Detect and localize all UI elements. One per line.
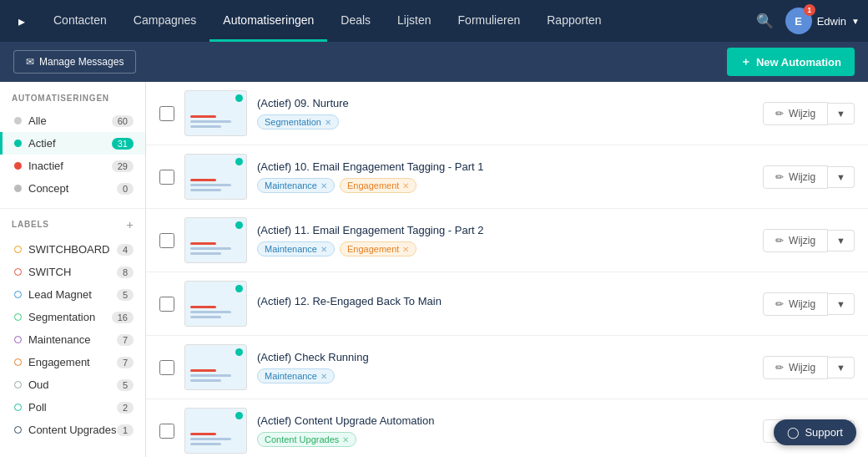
sidebar-count-switchboard: 4 [117,244,134,256]
row-dropdown-button[interactable]: ▼ [828,357,855,378]
wijzig-button[interactable]: ✏ Wijzig [763,102,828,125]
tag-remove-button[interactable]: ✕ [325,118,331,127]
row-dropdown-button[interactable]: ▼ [828,230,855,251]
row-checkbox[interactable] [159,106,174,121]
support-button[interactable]: ◯ Support [774,419,856,445]
nav-item-lijsten[interactable]: Lijsten [384,0,444,42]
avatar: E 1 [785,8,812,34]
sidebar-divider [0,208,145,209]
tag-remove-button[interactable]: ✕ [320,181,327,190]
manage-messages-button[interactable]: ✉ Manage Messages [13,50,136,74]
edit-icon: ✏ [775,235,784,246]
sidebar-label-engagement: Engagement [28,356,90,368]
edit-icon: ✏ [775,298,784,310]
wijzig-button[interactable]: ✏ Wijzig [763,165,828,189]
row-dropdown-button[interactable]: ▼ [828,166,855,188]
automation-info: (Actief) 09. NurtureSegmentation ✕ [257,97,753,129]
tag-remove-button[interactable]: ✕ [320,372,327,381]
automation-thumbnail [184,281,247,327]
sidebar-count-content-upgrades: 1 [117,424,134,436]
automation-row: (Actief) Content Upgrade AutomationConte… [146,399,868,457]
sidebar-item-segmentation[interactable]: Segmentation 16 [0,306,145,328]
sidebar-label-oud: Oud [28,378,49,391]
automation-row: (Actief) 09. NurtureSegmentation ✕✏ Wijz… [146,82,868,145]
wijzig-button[interactable]: ✏ Wijzig [763,229,828,252]
nav-user[interactable]: E 1 Edwin ▼ [785,8,860,34]
row-dropdown-button[interactable]: ▼ [828,103,855,124]
sidebar-item-content-upgrades[interactable]: Content Upgrades 1 [0,419,145,441]
automation-row: (Actief) Check RunningMaintenance ✕✏ Wij… [146,336,868,399]
row-actions: ✏ Wijzig▼ [763,165,855,189]
automation-thumbnail [184,217,247,263]
new-automation-button[interactable]: ＋ New Automation [727,48,855,76]
sidebar-count-maintenance: 7 [117,334,134,346]
row-checkbox[interactable] [159,297,174,312]
message-icon: ✉ [26,56,34,68]
chevron-down-icon: ▼ [851,17,860,26]
tag-remove-button[interactable]: ✕ [342,435,349,444]
sidebar-item-switch[interactable]: SWITCH 8 [0,261,145,283]
inactief-dot [14,162,22,170]
nav-expand-button[interactable]: ▸ [8,8,35,34]
automation-tags: Content Upgrades ✕ [257,432,753,447]
sidebar-item-inactief[interactable]: Inactief 29 [0,155,145,177]
wijzig-button[interactable]: ✏ Wijzig [763,292,828,316]
automation-title: (Actief) 09. Nurture [257,97,753,109]
edit-icon: ✏ [775,171,784,183]
nav-item-contacten[interactable]: Contacten [40,0,120,42]
tag-remove-button[interactable]: ✕ [402,245,409,254]
automation-row: (Actief) 11. Email Engagement Tagging - … [146,209,868,272]
sidebar-item-concept[interactable]: Concept 0 [0,177,145,200]
search-icon[interactable]: 🔍 [756,13,774,30]
row-checkbox[interactable] [159,170,174,185]
automation-tags: Maintenance ✕ [257,368,753,383]
automation-list: (Actief) 09. NurtureSegmentation ✕✏ Wijz… [146,82,868,457]
automation-info: (Actief) 11. Email Engagement Tagging - … [257,224,753,256]
switchboard-dot [14,246,22,253]
automation-thumbnail [184,154,247,200]
tag-remove-button[interactable]: ✕ [320,245,327,254]
tag-remove-button[interactable]: ✕ [402,181,409,190]
sidebar-item-lead-magnet[interactable]: Lead Magnet 5 [0,283,145,306]
row-checkbox[interactable] [159,233,174,248]
nav-item-automatiseringen[interactable]: Automatiseringen [209,0,327,42]
automation-info: (Actief) Content Upgrade AutomationConte… [257,414,753,447]
automation-content: (Actief) 09. NurtureSegmentation ✕✏ Wijz… [146,82,868,457]
sidebar-item-oud[interactable]: Oud 5 [0,373,145,396]
add-label-button[interactable]: + [126,217,134,231]
nav-item-formulieren[interactable]: Formulieren [445,0,534,42]
row-actions: ✏ Wijzig▼ [763,356,855,379]
edit-icon: ✏ [775,362,784,373]
row-actions: ✏ Wijzig▼ [763,292,855,316]
sidebar-label-maintenance: Maintenance [28,333,90,346]
concept-dot [14,185,22,192]
sidebar-count-switch: 8 [117,267,134,278]
switch-dot [14,268,22,276]
sidebar-item-switchboard[interactable]: SWITCHBOARD 4 [0,238,145,261]
nav-item-deals[interactable]: Deals [327,0,384,42]
content-upgrades-dot [14,426,22,434]
sidebar-item-alle[interactable]: Alle 60 [0,109,145,132]
sidebar-label-content-upgrades: Content Upgrades [28,424,117,436]
automation-title: (Actief) 10. Email Engagement Tagging - … [257,160,753,173]
sidebar-item-maintenance[interactable]: Maintenance 7 [0,328,145,351]
row-checkbox[interactable] [159,360,174,375]
sidebar-count-segmentation: 16 [112,312,134,323]
sidebar-item-engagement[interactable]: Engagement 7 [0,351,145,373]
notification-badge: 1 [804,4,815,16]
nav-item-rapporten[interactable]: Rapporten [533,0,614,42]
automation-info: (Actief) Check RunningMaintenance ✕ [257,351,753,383]
wijzig-button[interactable]: ✏ Wijzig [763,356,828,379]
sidebar-label-switchboard: SWITCHBOARD [28,243,110,256]
sidebar-count-engagement: 7 [117,357,134,368]
row-dropdown-button[interactable]: ▼ [828,293,855,315]
row-checkbox[interactable] [159,424,174,439]
sidebar-item-actief[interactable]: Actief 31 [0,132,145,155]
nav-item-campagnes[interactable]: Campagnes [120,0,210,42]
sidebar-label-actief: Actief [28,137,56,150]
sidebar-count-concept: 0 [117,183,134,195]
sidebar-label-lead-magnet: Lead Magnet [28,288,92,301]
nav-items: Contacten Campagnes Automatiseringen Dea… [40,0,756,42]
nav-right: 🔍 E 1 Edwin ▼ [756,8,860,34]
sidebar-item-poll[interactable]: Poll 2 [0,396,145,419]
